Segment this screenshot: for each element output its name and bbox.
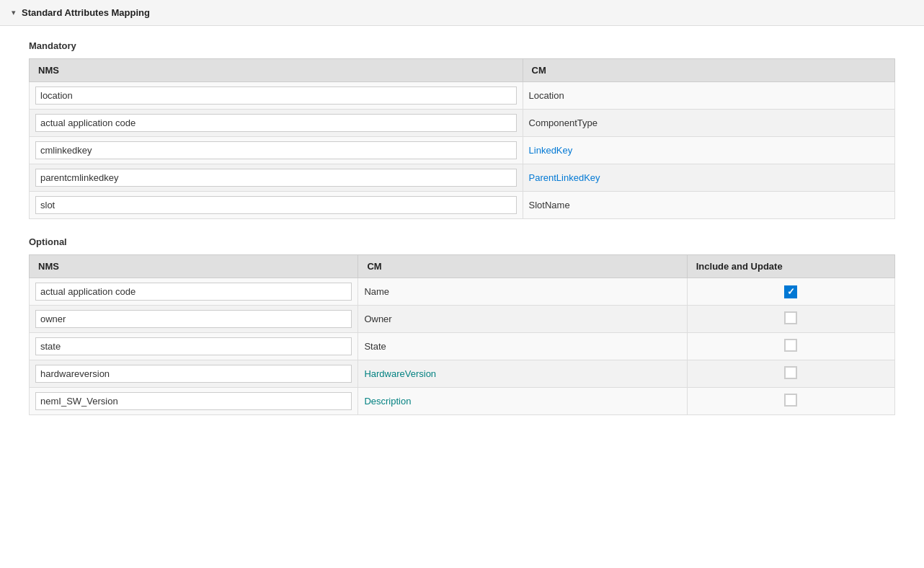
mandatory-row: SlotName: [30, 192, 895, 219]
optional-nms-cell: [30, 388, 358, 415]
mandatory-row: LinkedKey: [30, 137, 895, 164]
optional-cm-cell: State: [358, 333, 687, 360]
include-checkbox[interactable]: [784, 311, 797, 324]
optional-row: State: [30, 333, 895, 360]
mandatory-cm-text: SlotName: [529, 200, 570, 210]
mandatory-nms-cell: [30, 110, 523, 137]
mandatory-nms-cell: [30, 137, 523, 164]
optional-nms-input[interactable]: [35, 392, 352, 410]
optional-cm-text: Name: [364, 286, 389, 297]
mandatory-row: Location: [30, 82, 895, 110]
mandatory-nms-input[interactable]: [35, 141, 517, 159]
mandatory-cm-text: ParentLinkedKey: [529, 172, 600, 183]
mandatory-cm-cell: ParentLinkedKey: [523, 164, 894, 192]
optional-cm-text: Description: [364, 396, 411, 407]
optional-row: Owner: [30, 306, 895, 333]
mandatory-cm-cell: LinkedKey: [523, 137, 894, 164]
mandatory-nms-input[interactable]: [35, 169, 517, 187]
mandatory-nms-input[interactable]: [35, 114, 517, 132]
mandatory-cm-cell: SlotName: [523, 192, 894, 219]
optional-nms-cell: [30, 278, 358, 306]
mandatory-nms-cell: [30, 192, 523, 219]
mandatory-label: Mandatory: [29, 40, 895, 51]
optional-nms-input[interactable]: [35, 310, 352, 328]
optional-include-cell: [687, 388, 894, 415]
optional-nms-input[interactable]: [35, 283, 352, 301]
mandatory-row: ComponentType: [30, 110, 895, 137]
optional-cm-text: State: [364, 341, 386, 352]
mandatory-nms-input[interactable]: [35, 196, 517, 214]
optional-cm-text: HardwareVersion: [364, 368, 436, 379]
optional-include-cell: [687, 278, 894, 306]
mandatory-cm-text: LinkedKey: [529, 145, 573, 156]
optional-cm-text: Owner: [364, 314, 391, 324]
mandatory-cm-text: ComponentType: [529, 117, 598, 128]
optional-cm-cell: Description: [358, 388, 687, 415]
mandatory-nms-input[interactable]: [35, 86, 517, 105]
mandatory-cm-cell: Location: [523, 82, 894, 110]
mandatory-nms-header: NMS: [30, 59, 523, 82]
chevron-icon: ▾: [12, 8, 16, 17]
mandatory-row: ParentLinkedKey: [30, 164, 895, 192]
optional-nms-cell: [30, 306, 358, 333]
section-header[interactable]: ▾ Standard Attributes Mapping: [0, 0, 924, 26]
optional-row: HardwareVersion: [30, 360, 895, 388]
include-checkbox[interactable]: [784, 366, 797, 379]
optional-cm-header: CM: [358, 255, 687, 278]
content-area: Mandatory NMS CM LocationComponentTypeLi…: [0, 26, 924, 447]
mandatory-table: NMS CM LocationComponentTypeLinkedKeyPar…: [29, 58, 895, 219]
optional-include-header: Include and Update: [687, 255, 894, 278]
section-title: Standard Attributes Mapping: [22, 7, 150, 18]
optional-cm-cell: HardwareVersion: [358, 360, 687, 388]
optional-include-cell: [687, 360, 894, 388]
mandatory-cm-cell: ComponentType: [523, 110, 894, 137]
mandatory-nms-cell: [30, 82, 523, 110]
optional-nms-cell: [30, 333, 358, 360]
mandatory-cm-text: Location: [529, 90, 564, 101]
optional-cm-cell: Name: [358, 278, 687, 306]
optional-cm-cell: Owner: [358, 306, 687, 333]
optional-row: Description: [30, 388, 895, 415]
optional-nms-cell: [30, 360, 358, 388]
include-checkbox[interactable]: [784, 339, 797, 352]
mandatory-cm-header: CM: [523, 59, 894, 82]
mandatory-nms-cell: [30, 164, 523, 192]
optional-nms-header: NMS: [30, 255, 358, 278]
optional-nms-input[interactable]: [35, 365, 352, 383]
optional-include-cell: [687, 306, 894, 333]
include-checkbox[interactable]: [784, 394, 797, 407]
page-container: ▾ Standard Attributes Mapping Mandatory …: [0, 0, 924, 568]
optional-nms-input[interactable]: [35, 337, 352, 355]
optional-label: Optional: [29, 236, 895, 247]
optional-table: NMS CM Include and Update NameOwnerState…: [29, 254, 895, 415]
optional-row: Name: [30, 278, 895, 306]
optional-include-cell: [687, 333, 894, 360]
include-checkbox[interactable]: [784, 285, 797, 298]
